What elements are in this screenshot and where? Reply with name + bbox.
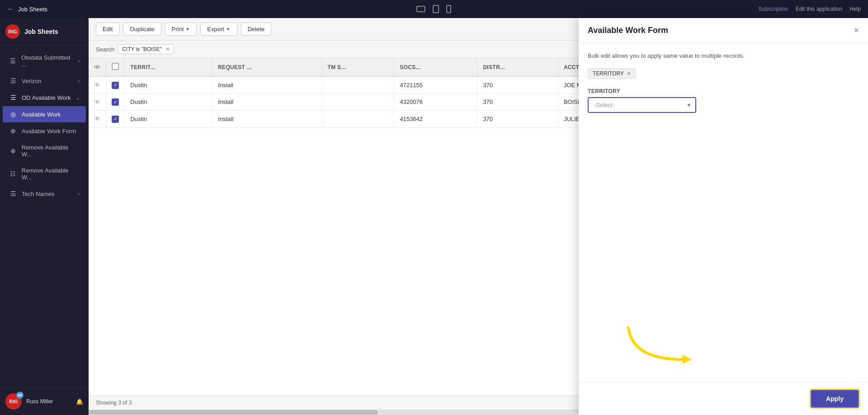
sidebar-item-available-work-form[interactable]: ⊕ Available Work Form <box>3 123 86 139</box>
tms-cell <box>322 111 394 128</box>
chevron-icon-tech: › <box>78 191 80 196</box>
sidebar: RIG Job Sheets ☰ Otodata Submitted ... ›… <box>0 18 89 415</box>
list-icon-tech: ☰ <box>9 190 17 197</box>
row-checkbox-0[interactable]: ✓ <box>112 82 119 89</box>
select-all-checkbox[interactable] <box>112 63 119 70</box>
tms-cell <box>322 76 394 93</box>
sidebar-item-otodata[interactable]: ☰ Otodata Submitted ... › <box>3 50 86 72</box>
print-dropdown-arrow: ▼ <box>185 27 190 32</box>
sidebar-label-verizon: Verizon <box>22 78 41 84</box>
app-title-topbar: Job Sheets <box>18 6 47 13</box>
request-cell: Install <box>212 93 322 111</box>
eye-cell: 👁 <box>89 93 106 111</box>
sidebar-app-title: Job Sheets <box>24 28 58 35</box>
panel-description: Bulk edit allows you to apply same value… <box>588 52 859 59</box>
territory-tag-label: TERRITORY <box>593 70 624 77</box>
panel-close-button[interactable]: × <box>854 25 859 36</box>
panel-overlay: Available Work Form × Bulk edit allows y… <box>579 18 868 415</box>
sidebar-item-verizon[interactable]: ☰ Verizon › <box>3 73 86 89</box>
export-button[interactable]: Export ▼ <box>200 23 237 36</box>
territory-cell: Dustin <box>125 93 212 111</box>
side-panel: Available Work Form × Bulk edit allows y… <box>579 18 868 415</box>
help-link[interactable]: Help <box>849 6 861 12</box>
socs-cell: 4721155 <box>394 76 477 93</box>
grid-icon: ☷ <box>9 170 17 177</box>
sidebar-label-remove-1: Remove Available W... <box>22 144 80 158</box>
back-icon[interactable]: ← <box>7 5 14 13</box>
phone-icon[interactable] <box>446 5 451 13</box>
request-cell: Install <box>212 111 322 128</box>
user-badge: 60 <box>16 392 24 399</box>
remove-filter-icon[interactable]: ✕ <box>165 46 170 52</box>
eye-cell: 👁 <box>89 76 106 93</box>
sidebar-footer: RIG 60 Russ Miller 🔔 <box>0 387 89 415</box>
panel-header: Available Work Form × <box>579 18 868 43</box>
print-button[interactable]: Print ▼ <box>165 23 197 36</box>
search-filter-text: CITY is "BOISE" <box>122 46 162 52</box>
sidebar-nav: ☰ Otodata Submitted ... › ☰ Verizon › ☰ … <box>0 46 89 387</box>
check-cell: ✓ <box>106 111 125 128</box>
request-cell: Install <box>212 76 322 93</box>
eye-icon-row[interactable]: 👁 <box>94 98 100 106</box>
tablet-icon[interactable] <box>433 5 439 13</box>
row-checkbox-1[interactable]: ✓ <box>112 98 119 106</box>
sidebar-item-available-work[interactable]: ◎ Available Work <box>3 106 86 122</box>
edit-app-link[interactable]: Edit this application <box>796 6 842 12</box>
panel-body: Bulk edit allows you to apply same value… <box>579 43 868 382</box>
apply-button[interactable]: Apply <box>811 390 859 408</box>
chevron-icon-od: ⌄ <box>76 95 80 100</box>
col-socs: SOCS... <box>394 58 477 76</box>
top-bar: ← Job Sheets Subscription Edit this appl… <box>0 0 868 18</box>
sidebar-app-header: RIG Job Sheets <box>0 18 89 46</box>
panel-title: Available Work Form <box>588 26 668 35</box>
distr-cell: 370 <box>477 111 558 128</box>
sidebar-item-od-available-work[interactable]: ☰ OD Available Work ⌄ <box>3 89 86 106</box>
eye-icon-row[interactable]: 👁 <box>94 81 100 89</box>
row-checkbox-2[interactable]: ✓ <box>112 116 119 123</box>
eye-icon-header[interactable]: 👁 <box>94 64 100 71</box>
tag-row: TERRITORY ✕ <box>588 68 859 79</box>
search-label: Search <box>96 46 114 53</box>
duplicate-button[interactable]: Duplicate <box>123 23 161 36</box>
delete-button[interactable]: Delete <box>241 23 272 36</box>
panel-footer: Apply <box>579 382 868 415</box>
scrollbar-thumb[interactable] <box>89 410 378 415</box>
territory-field-label: TERRITORY <box>588 88 859 94</box>
sidebar-item-remove-2[interactable]: ☷ Remove Available W... <box>3 163 86 185</box>
bell-icon[interactable]: 🔔 <box>76 398 83 405</box>
check-cell: ✓ <box>106 76 125 93</box>
sidebar-label-available-work: Available Work <box>22 111 61 118</box>
edit-button[interactable]: Edit <box>96 23 119 36</box>
sidebar-item-remove-1[interactable]: ⊕ Remove Available W... <box>3 140 86 162</box>
eye-icon-row[interactable]: 👁 <box>94 115 100 122</box>
plus-icon-1: ⊕ <box>9 147 17 154</box>
col-request: REQUEST ... <box>212 58 322 76</box>
list-icon: ☰ <box>9 57 17 65</box>
col-distr: DISTR... <box>477 58 558 76</box>
plus-circle-icon: ⊕ <box>9 127 17 135</box>
sidebar-item-tech-names[interactable]: ☰ Tech Names › <box>3 186 86 202</box>
circle-icon: ◎ <box>9 111 17 118</box>
territory-select-wrapper: -Select- ▼ <box>588 97 696 113</box>
col-check <box>106 58 125 76</box>
user-avatar: RIG 60 <box>5 393 22 410</box>
distr-cell: 370 <box>477 76 558 93</box>
territory-field-group: TERRITORY -Select- ▼ <box>588 88 859 113</box>
territory-tag: TERRITORY ✕ <box>588 68 636 79</box>
col-territory: TERRIT... <box>125 58 212 76</box>
territory-cell: Dustin <box>125 76 212 93</box>
list-icon-verizon: ☰ <box>9 77 17 84</box>
socs-cell: 4320076 <box>394 93 477 111</box>
territory-tag-remove[interactable]: ✕ <box>627 70 631 77</box>
chevron-icon-verizon: › <box>78 79 80 84</box>
territory-select[interactable]: -Select- <box>588 97 696 113</box>
subscription-link[interactable]: Subscription <box>759 6 788 12</box>
monitor-icon[interactable] <box>416 6 425 12</box>
chevron-icon: › <box>78 59 80 64</box>
app-logo: RIG <box>5 24 20 39</box>
sidebar-label-remove-2: Remove Available W... <box>22 167 80 181</box>
export-dropdown-arrow: ▼ <box>226 27 231 32</box>
col-eye: 👁 <box>89 58 106 76</box>
tms-cell <box>322 93 394 111</box>
sidebar-label-otodata: Otodata Submitted ... <box>21 54 74 68</box>
